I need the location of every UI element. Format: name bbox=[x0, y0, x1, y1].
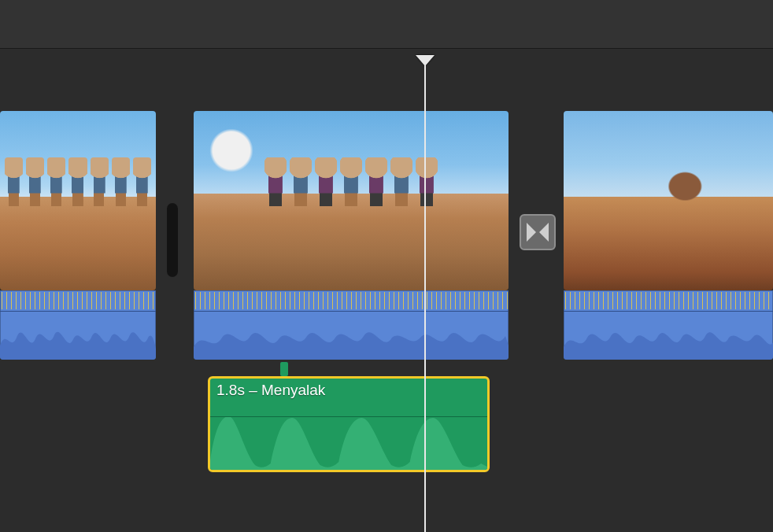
audio-waveform bbox=[194, 314, 509, 360]
clip-thumbnail bbox=[0, 111, 156, 290]
clip-thumbnail bbox=[564, 111, 773, 290]
clip-thumbnail bbox=[194, 111, 509, 290]
attached-audio-track[interactable] bbox=[0, 290, 156, 360]
video-clip[interactable] bbox=[0, 111, 156, 290]
sound-effect-waveform bbox=[210, 413, 487, 470]
audio-peaks bbox=[194, 292, 509, 309]
attached-audio-track[interactable] bbox=[564, 290, 773, 360]
sound-effect-label: 1.8s – Menyalak bbox=[216, 382, 325, 399]
audio-peaks bbox=[564, 292, 773, 309]
toolbar-strip bbox=[0, 0, 773, 49]
sound-effect-clip[interactable]: 1.8s – Menyalak bbox=[208, 376, 490, 472]
sound-effect-duration: 1.8s bbox=[216, 382, 245, 398]
audio-clip-connector bbox=[280, 362, 288, 376]
video-clip[interactable] bbox=[564, 111, 773, 290]
timeline[interactable]: 1.8s – Menyalak bbox=[0, 49, 773, 532]
audio-waveform bbox=[564, 314, 773, 360]
attached-audio-track[interactable] bbox=[194, 290, 509, 360]
playhead-line[interactable] bbox=[424, 65, 426, 532]
transition-icon[interactable] bbox=[520, 214, 556, 250]
audio-peaks bbox=[0, 292, 156, 309]
video-clip[interactable] bbox=[194, 111, 509, 290]
sound-effect-name: Menyalak bbox=[261, 382, 325, 398]
trim-handle[interactable] bbox=[167, 203, 178, 277]
audio-waveform bbox=[0, 314, 156, 360]
